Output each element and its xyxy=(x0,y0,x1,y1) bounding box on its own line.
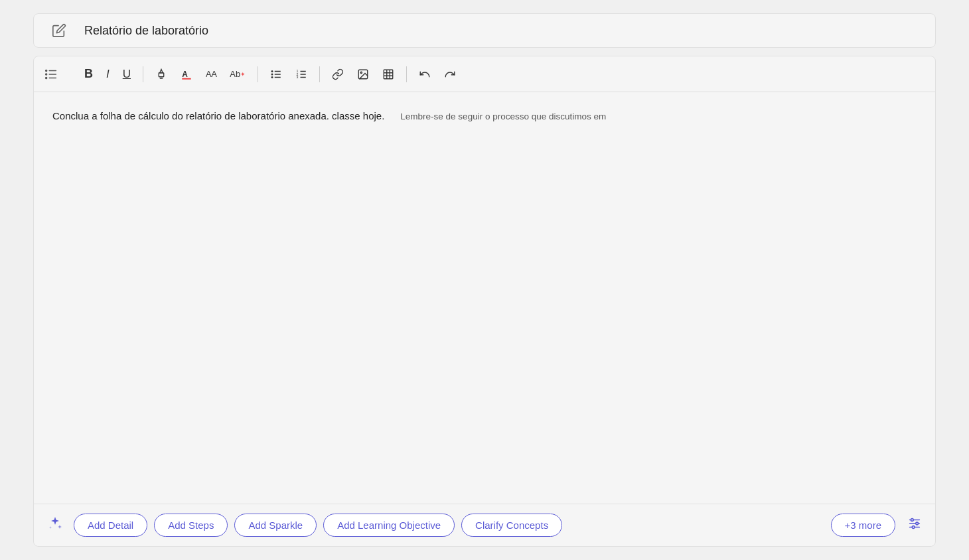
side-note-text: Lembre-se de seguir o processo que discu… xyxy=(400,111,606,121)
editor-body[interactable]: Conclua a folha de cálculo do relatório … xyxy=(34,92,935,504)
bullet-list-button[interactable] xyxy=(265,64,287,84)
add-sparkle-button[interactable]: Add Sparkle xyxy=(234,514,317,537)
title-bar: Relatório de laboratório xyxy=(33,13,936,48)
sparkle-icon xyxy=(47,516,63,535)
svg-point-13 xyxy=(271,70,273,72)
svg-point-33 xyxy=(916,522,919,525)
svg-text:3: 3 xyxy=(297,75,299,79)
add-learning-objective-button[interactable]: Add Learning Objective xyxy=(323,514,455,537)
add-detail-button[interactable]: Add Detail xyxy=(74,514,147,537)
more-button[interactable]: +3 more xyxy=(831,514,895,537)
svg-rect-24 xyxy=(384,70,394,79)
font-size-button[interactable]: AA xyxy=(200,65,222,83)
format-clear-button[interactable]: Ab✦ xyxy=(224,65,251,83)
link-button[interactable] xyxy=(327,64,349,84)
separator-1 xyxy=(143,66,143,82)
clarify-concepts-button[interactable]: Clarify Concepts xyxy=(461,514,562,537)
redo-button[interactable] xyxy=(439,64,461,84)
highlight-button[interactable] xyxy=(150,64,173,84)
editor-content: Conclua a folha de cálculo do relatório … xyxy=(52,108,917,124)
svg-point-32 xyxy=(911,519,914,522)
editor-container: B I U A xyxy=(33,56,936,547)
svg-text:A: A xyxy=(182,69,188,78)
bold-button[interactable]: B xyxy=(79,63,98,85)
underline-button[interactable]: U xyxy=(117,64,136,85)
sidebar-list-icon[interactable] xyxy=(34,60,68,88)
separator-4 xyxy=(406,66,407,82)
svg-point-5 xyxy=(46,77,47,78)
add-steps-button[interactable]: Add Steps xyxy=(154,514,228,537)
filter-icon[interactable] xyxy=(907,516,922,534)
svg-rect-6 xyxy=(159,72,164,76)
image-button[interactable] xyxy=(352,64,374,84)
svg-point-14 xyxy=(271,73,273,75)
table-button[interactable] xyxy=(377,64,400,84)
text-color-button[interactable]: A xyxy=(175,64,198,84)
main-text-block: Conclua a folha de cálculo do relatório … xyxy=(52,108,384,124)
main-text: Conclua a folha de cálculo do relatório … xyxy=(52,110,384,121)
side-note-block: Lembre-se de seguir o processo que discu… xyxy=(400,109,606,124)
svg-point-23 xyxy=(361,72,362,73)
app-container: Relatório de laboratório B I U xyxy=(0,0,969,560)
numbered-list-button[interactable]: 1 2 3 xyxy=(290,64,313,84)
svg-point-34 xyxy=(912,526,915,529)
separator-3 xyxy=(319,66,320,82)
italic-button[interactable]: I xyxy=(101,64,115,85)
document-title: Relatório de laboratório xyxy=(84,24,208,38)
sidebar-icon xyxy=(47,23,71,38)
ai-toolbar: Add Detail Add Steps Add Sparkle Add Lea… xyxy=(34,504,935,546)
editor-toolbar: B I U A xyxy=(68,56,935,92)
svg-point-4 xyxy=(46,74,47,75)
svg-point-3 xyxy=(46,70,47,71)
separator-2 xyxy=(258,66,258,82)
undo-button[interactable] xyxy=(413,64,436,84)
svg-point-15 xyxy=(271,76,273,78)
